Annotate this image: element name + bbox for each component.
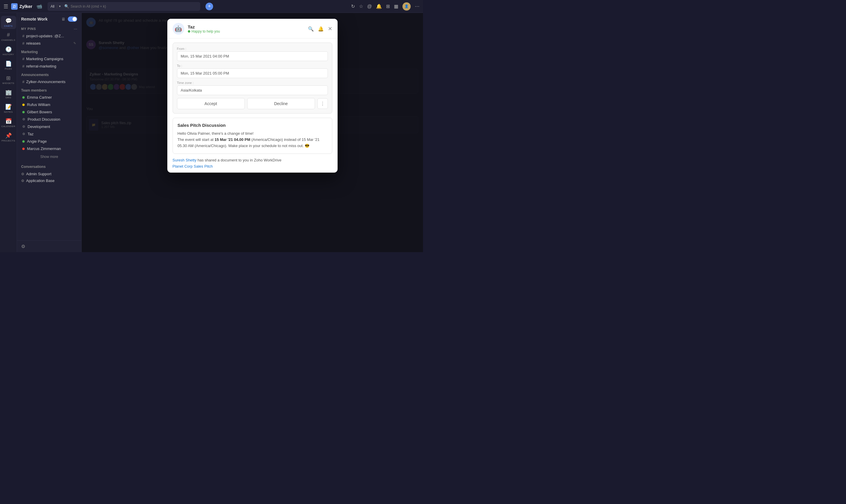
files-label: FILES bbox=[5, 68, 12, 70]
calendar-invite-card: From : Mon, 15 Mar 2021 04:00 PM To : Mo… bbox=[173, 42, 332, 113]
pin-name: project-updates :@Z... bbox=[26, 34, 76, 38]
widgets-label: WIDGETS bbox=[2, 82, 14, 85]
status-dot-green bbox=[22, 140, 25, 143]
table-icon[interactable]: ▦ bbox=[394, 3, 398, 9]
doc-link[interactable]: Planet Corp Sales Pitch bbox=[173, 164, 332, 168]
show-more-button[interactable]: Show more bbox=[17, 152, 81, 161]
pitch-body-1: Hello Olivia Palmer, there's a change of… bbox=[178, 131, 254, 136]
accept-button[interactable]: Accept bbox=[177, 98, 245, 109]
my-pins-options[interactable]: ··· bbox=[74, 26, 77, 31]
sidebar-item-chats[interactable]: 💬 CHATS bbox=[1, 16, 16, 29]
monitor-icon[interactable]: 🖥 bbox=[61, 17, 66, 21]
modal-bell-icon[interactable]: 🔔 bbox=[318, 26, 324, 32]
member-angie[interactable]: Angie Page bbox=[18, 138, 80, 145]
refresh-icon[interactable]: ↻ bbox=[351, 3, 355, 9]
convo-icon: ⚙ bbox=[21, 179, 24, 183]
hash-icon: # bbox=[22, 57, 24, 61]
shared-doc-user-link[interactable]: Suresh Shetty bbox=[173, 158, 197, 162]
projects-icon: 📌 bbox=[5, 132, 12, 139]
pin-name: releases bbox=[26, 41, 72, 46]
sidebar-item-widgets[interactable]: ⊞ WIDGETS bbox=[1, 73, 16, 86]
video-icon[interactable]: 📹 bbox=[36, 3, 42, 9]
user-avatar[interactable]: 👤 bbox=[402, 2, 411, 11]
member-gilbert[interactable]: Gilbert Bowers bbox=[18, 109, 80, 115]
team-members-group-title: Team members bbox=[17, 86, 81, 94]
timezone-label: Time zone : bbox=[177, 81, 328, 85]
at-icon[interactable]: @ bbox=[367, 4, 372, 9]
sidebar-item-org[interactable]: 🏢 ORG bbox=[1, 88, 16, 101]
logo-icon: Z/ bbox=[11, 3, 18, 10]
channel-marketing-campaigns[interactable]: # Marketing Campaigns bbox=[18, 55, 80, 62]
topbar-actions: ↻ ☆ @ 🔔 ⊞ ▦ 👤 ⋯ bbox=[351, 2, 419, 11]
channel-referral-marketing[interactable]: # referral-marketing bbox=[18, 63, 80, 70]
member-emma[interactable]: Emma Cartner bbox=[18, 94, 80, 101]
channel-name: referral-marketing bbox=[26, 64, 76, 68]
status-dot-red bbox=[22, 148, 25, 150]
settings-item[interactable]: ⚙ bbox=[17, 240, 81, 252]
bot-name: Taz bbox=[188, 24, 304, 29]
to-field: To : Mon, 15 Mar 2021 05:00 PM bbox=[177, 64, 328, 78]
search-filter[interactable]: All bbox=[51, 4, 57, 8]
convo-icon: ⚙ bbox=[21, 172, 24, 176]
announcements-group-title: Announcements bbox=[17, 70, 81, 78]
member-name: Marcus Zimmerman bbox=[27, 146, 61, 151]
member-name: Product Discussion bbox=[28, 117, 60, 122]
pin-item-releases[interactable]: # releases ✎ bbox=[18, 40, 80, 47]
robot-icon: ⚙ bbox=[22, 118, 25, 121]
member-name: Gilbert Bowers bbox=[27, 110, 52, 114]
more-options-button[interactable]: ⋮ bbox=[317, 98, 328, 109]
org-label: ORG bbox=[5, 96, 12, 99]
member-marcus[interactable]: Marcus Zimmerman bbox=[18, 145, 80, 152]
convo-application-base[interactable]: ⚙ Application Base bbox=[17, 177, 81, 184]
search-icon: 🔍 bbox=[64, 4, 69, 8]
pin-item-project-updates[interactable]: # project-updates :@Z... bbox=[18, 33, 80, 39]
search-chevron-icon[interactable]: ▾ bbox=[59, 4, 61, 8]
channels-icon: # bbox=[7, 32, 10, 38]
status-dot bbox=[188, 30, 190, 33]
workspace-toggle[interactable] bbox=[68, 16, 77, 22]
sidebar-item-channels[interactable]: # CHANNELS bbox=[1, 30, 16, 43]
sidebar-item-files[interactable]: 📄 FILES bbox=[1, 59, 16, 72]
sidebar-item-notes[interactable]: 📝 NOTES bbox=[1, 102, 16, 115]
channel-zylker-announcements[interactable]: # Zylker-Announcements bbox=[18, 78, 80, 85]
bell-icon[interactable]: 🔔 bbox=[376, 3, 382, 9]
modal-close-button[interactable]: ✕ bbox=[328, 25, 332, 32]
hamburger-icon[interactable]: ☰ bbox=[3, 3, 8, 10]
star-icon[interactable]: ☆ bbox=[359, 3, 363, 9]
sidebar-item-history[interactable]: 🕐 HISTORY bbox=[1, 44, 16, 57]
calendar-label: CALENDER bbox=[1, 125, 16, 128]
marketing-group-title: Marketing bbox=[17, 47, 81, 55]
hash-icon: # bbox=[22, 34, 24, 38]
member-product-discussion[interactable]: ⚙ Product Discussion bbox=[18, 116, 80, 123]
workspace-controls: 🖥 bbox=[61, 16, 77, 22]
convo-name: Application Base bbox=[26, 178, 55, 183]
pitch-emoji: 😎 bbox=[305, 144, 309, 148]
modal-search-icon[interactable]: 🔍 bbox=[308, 26, 314, 32]
status-text: Happy to help you bbox=[192, 29, 220, 34]
sidebar-item-projects[interactable]: 📌 PROJECTS bbox=[1, 131, 16, 144]
status-dot-green bbox=[22, 111, 25, 113]
member-name: Rufus William bbox=[27, 103, 50, 107]
my-pins-title: My Pins bbox=[21, 27, 36, 31]
app-logo: Z/ Zylker bbox=[11, 3, 32, 10]
modal-body: From : Mon, 15 Mar 2021 04:00 PM To : Mo… bbox=[167, 38, 338, 173]
modal-header: 🤖 Taz Happy to help you 🔍 🔔 ✕ bbox=[167, 19, 338, 38]
workspace-header: Remote Work 🖥 bbox=[17, 13, 81, 24]
layout-icon[interactable]: ⊞ bbox=[386, 3, 390, 9]
convo-admin-support[interactable]: ⚙ Admin Support bbox=[17, 170, 81, 177]
conversations-title: Conversations bbox=[17, 161, 81, 170]
member-name: Taz bbox=[28, 132, 34, 136]
member-development[interactable]: ⚙ Development bbox=[18, 123, 80, 130]
left-panel: Remote Work 🖥 My Pins ··· # project-upda… bbox=[17, 13, 82, 252]
member-taz[interactable]: ⚙ Taz bbox=[18, 131, 80, 137]
apps-grid-icon[interactable]: ⋯ bbox=[415, 3, 419, 9]
decline-button[interactable]: Decline bbox=[247, 98, 315, 109]
new-item-button[interactable]: + bbox=[205, 3, 213, 10]
to-value: Mon, 15 Mar 2021 05:00 PM bbox=[177, 68, 328, 78]
history-label: HISTORY bbox=[3, 53, 14, 56]
member-rufus[interactable]: Rufus William bbox=[18, 101, 80, 108]
modal-header-actions: 🔍 🔔 ✕ bbox=[308, 25, 332, 32]
sidebar-item-calendar[interactable]: 📅 CALENDER bbox=[1, 116, 16, 129]
search-input[interactable] bbox=[71, 4, 198, 8]
projects-label: PROJECTS bbox=[1, 140, 15, 142]
